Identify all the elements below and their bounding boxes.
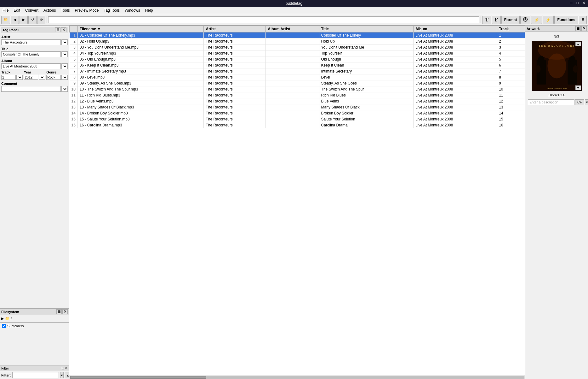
table-row[interactable]: 15 15 - Salute Your Solution.mp3 The Rac… [70, 116, 525, 122]
filter-close-button[interactable]: ✕ [65, 366, 68, 370]
artwork-scroll-down-button[interactable]: ▼ [575, 85, 581, 90]
table-row[interactable]: 1 01 - Consoler Of The Lonely.mp3 The Ra… [70, 32, 525, 38]
title-dropdown[interactable]: ▼ [61, 51, 68, 57]
col-filename[interactable]: Filename ▼ [77, 26, 204, 32]
track-cell: 10 [497, 86, 525, 92]
menu-actions[interactable]: Actions [41, 8, 58, 13]
horizontal-scrollbar[interactable] [69, 375, 525, 379]
artist-cell: The Raconteurs [204, 56, 266, 62]
table-row[interactable]: 5 05 - Old Enough.mp3 The Raconteurs Old… [70, 56, 525, 62]
artist-input[interactable] [1, 39, 61, 45]
artist-cell: The Raconteurs [204, 32, 266, 38]
reload-button[interactable]: ⟳ [37, 16, 45, 24]
table-row[interactable]: 6 06 - Keep It Clean.mp3 The Raconteurs … [70, 62, 525, 68]
comment-input[interactable] [1, 86, 61, 92]
filter-bar: Filter ⊞ ✕ Filter: ▼ ▲ ▼ Go [0, 365, 69, 379]
title-cell: Level [319, 74, 413, 80]
table-row[interactable]: 2 02 - Hold Up.mp3 The Raconteurs Hold U… [70, 38, 525, 44]
artwork-description-input[interactable] [528, 99, 574, 105]
subfolders-checkbox[interactable] [2, 324, 6, 328]
col-album-artist[interactable]: Album Artist [266, 26, 319, 32]
col-title[interactable]: Title [319, 26, 413, 32]
year-input[interactable] [24, 75, 38, 80]
tag-panel-close-button[interactable]: ✕ [61, 27, 66, 32]
table-row[interactable]: 11 11 - Rich Kid Blues.mp3 The Raconteur… [70, 92, 525, 98]
artwork-counter: 3/3 [554, 34, 559, 38]
table-row[interactable]: 8 08 - Level.mp3 The Raconteurs Level Li… [70, 74, 525, 80]
menu-help[interactable]: Help [143, 8, 156, 13]
hscrollbar-thumb[interactable] [70, 376, 206, 379]
row-num-cell: 14 [70, 110, 78, 116]
menu-tag-tools[interactable]: Tag Tools [101, 8, 122, 13]
table-row[interactable]: 7 07 - Intimate Secretary.mp3 The Racont… [70, 68, 525, 74]
menubar: File Edit Convert Actions Tools Preview … [0, 7, 588, 14]
close-button[interactable]: ✕ [581, 1, 587, 5]
maximize-button[interactable]: □ [575, 1, 580, 5]
artwork-close-button[interactable]: ✕ [581, 26, 587, 31]
open-folder-button[interactable]: 📂 [1, 16, 10, 24]
menu-tools[interactable]: Tools [58, 8, 72, 13]
filter-dropdown-button[interactable]: ▼ [60, 372, 64, 378]
artwork-scroll-up-button[interactable]: ▲ [575, 42, 581, 46]
album-dropdown[interactable]: ▼ [61, 63, 68, 69]
filesystem-header: Filesystem ⊞ ✕ [0, 309, 69, 315]
artist-dropdown[interactable]: ▼ [61, 39, 68, 45]
year-dropdown[interactable]: ▼ [39, 75, 45, 80]
minimize-button[interactable]: ─ [568, 1, 574, 5]
back-button[interactable]: ◀ [11, 16, 19, 24]
hscrollbar-track[interactable] [70, 376, 524, 379]
table-row[interactable]: 12 12 - Blue Veins.mp3 The Raconteurs Bl… [70, 98, 525, 104]
filter-header: Filter ⊞ ✕ [0, 365, 69, 371]
subfolders-label[interactable]: Subfolders [2, 324, 67, 328]
col-album[interactable]: Album [414, 26, 497, 32]
table-row[interactable]: 4 04 - Top Yourself.mp3 The Raconteurs T… [70, 50, 525, 56]
filesystem-close-button[interactable]: ✕ [62, 309, 68, 314]
table-row[interactable]: 16 16 - Carolina Drama.mp3 The Raconteur… [70, 122, 525, 128]
table-row[interactable]: 14 14 - Broken Boy Soldier.mp3 The Racon… [70, 110, 525, 116]
album-input[interactable] [1, 63, 61, 69]
filter-icon-button[interactable]: ⊞ [61, 366, 64, 370]
filesystem-icon-button[interactable]: ⊞ [56, 309, 62, 314]
artwork-icon-button[interactable]: ⊞ [575, 26, 581, 31]
table-row[interactable]: 9 09 - Steady, As She Goes.mp3 The Racon… [70, 80, 525, 86]
file-table-scroll[interactable]: Filename ▼ Artist Album Artist Title Alb… [69, 26, 525, 375]
search-input[interactable] [48, 16, 479, 23]
table-row[interactable]: 13 13 - Many Shades Of Black.mp3 The Rac… [70, 104, 525, 110]
artwork-cf-button[interactable]: CF [575, 99, 584, 105]
filter-input[interactable] [12, 372, 59, 378]
left-panel: Tag Panel ⊞ ✕ Artist ▼ Title ▼ Album [0, 26, 69, 379]
forward-button[interactable]: ▶ [20, 16, 28, 24]
menu-windows[interactable]: Windows [122, 8, 143, 13]
col-artist[interactable]: Artist [204, 26, 266, 32]
table-row[interactable]: 10 10 - The Switch And The Spur.mp3 The … [70, 86, 525, 92]
genre-input[interactable] [46, 75, 61, 80]
menu-edit[interactable]: Edit [11, 8, 23, 13]
lightning1-button[interactable]: ⚡ [531, 16, 542, 24]
menu-file[interactable]: File [0, 8, 11, 13]
menu-convert[interactable]: Convert [23, 8, 41, 13]
album-artist-cell [266, 74, 319, 80]
title-input[interactable] [1, 51, 61, 57]
functions-button[interactable]: Functions [554, 16, 578, 24]
col-num[interactable] [70, 26, 78, 32]
refresh-button[interactable]: ↺ [28, 16, 37, 24]
format-button[interactable]: Format [501, 16, 520, 24]
comment-dropdown[interactable]: ▼ [61, 86, 68, 92]
col-track[interactable]: Track [497, 26, 525, 32]
tree-item-root[interactable]: ▶ 📁 / [1, 316, 68, 321]
artwork-cf-dropdown-button[interactable]: ▼ [585, 99, 588, 105]
tag-panel-icon-button[interactable]: ⊞ [55, 27, 60, 32]
format-icon-button[interactable]: F [492, 16, 501, 24]
title-cell: Intimate Secretary [319, 68, 413, 74]
filter-scroll-up-button[interactable]: ▲ [65, 372, 69, 378]
track-input[interactable] [1, 75, 16, 80]
table-row[interactable]: 3 03 - You Don't Understand Me.mp3 The R… [70, 44, 525, 50]
rename-button[interactable]: Ⓡ [520, 16, 530, 24]
menu-preview-mode[interactable]: Preview Mode [72, 8, 101, 13]
tag-button[interactable]: T [482, 16, 491, 24]
lightning2-button[interactable]: ⚡ [543, 16, 554, 24]
genre-dropdown[interactable]: ▼ [61, 75, 68, 80]
track-dropdown[interactable]: ▼ [16, 75, 23, 80]
track-cell: 1 [497, 32, 525, 38]
hash-button[interactable]: # [579, 16, 587, 24]
